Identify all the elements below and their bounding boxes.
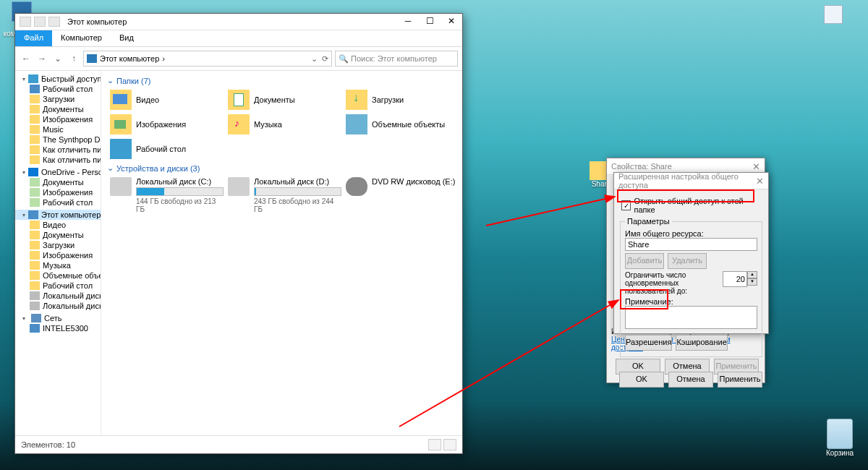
add-button[interactable]: Добавить bbox=[625, 253, 664, 269]
drive-dvd[interactable]: DVD RW дисковод (E:) bbox=[343, 175, 461, 215]
folder-desktop[interactable]: Рабочий стол bbox=[107, 137, 225, 161]
drive-d[interactable]: Локальный диск (D:)243 ГБ свободно из 24… bbox=[225, 175, 343, 215]
nav-item[interactable]: Документы bbox=[15, 230, 101, 240]
navigation-bar: ← → ⌄ ↑ Этот компьютер › ⌄ ⟳ 🔍 Поиск: Эт… bbox=[15, 47, 462, 71]
breadcrumb[interactable]: Этот компьютер bbox=[100, 54, 159, 63]
folder-pictures[interactable]: Изображения bbox=[107, 112, 225, 137]
search-icon: 🔍 bbox=[339, 54, 349, 64]
nav-item[interactable]: Изображения bbox=[15, 114, 101, 124]
nav-item[interactable]: Изображения bbox=[15, 250, 101, 260]
minimize-button[interactable]: ─ bbox=[397, 14, 419, 30]
note-label: Примечание: bbox=[625, 297, 757, 306]
forward-button[interactable]: → bbox=[35, 52, 48, 65]
svg-line-0 bbox=[486, 197, 615, 226]
ribbon-tabs: Файл Компьютер Вид bbox=[15, 30, 462, 47]
share-checkbox[interactable]: ✓ bbox=[621, 200, 631, 210]
dialog-title[interactable]: Расширенная настройка общего доступа✕ bbox=[614, 173, 768, 189]
settings-group: Параметры Имя общего ресурса: Добавить У… bbox=[620, 217, 762, 357]
nav-item[interactable]: Как отличить пира bbox=[15, 145, 101, 155]
section-folders[interactable]: ⌄Папки (7) bbox=[107, 74, 462, 87]
explorer-window: Этот компьютер ─ ☐ ✕ Файл Компьютер Вид … bbox=[14, 13, 463, 454]
nav-item[interactable]: Документы bbox=[15, 177, 101, 187]
nav-item[interactable]: Объемные объекты bbox=[15, 270, 101, 281]
apply-button[interactable]: Применить bbox=[718, 372, 762, 388]
share-name-label: Имя общего ресурса: bbox=[625, 229, 757, 238]
folder-videos[interactable]: Видео bbox=[107, 87, 225, 112]
tab-file[interactable]: Файл bbox=[15, 30, 52, 46]
folder-downloads[interactable]: Загрузки bbox=[343, 87, 461, 112]
nav-item[interactable]: Рабочий стол bbox=[15, 84, 101, 94]
nav-item[interactable]: Рабочий стол bbox=[15, 197, 101, 208]
folder-documents[interactable]: Документы bbox=[225, 87, 343, 112]
share-name-input[interactable] bbox=[625, 238, 757, 251]
nav-item[interactable]: Рабочий стол bbox=[15, 281, 101, 291]
breadcrumb-arrow[interactable]: › bbox=[162, 54, 165, 63]
note-textarea[interactable] bbox=[625, 306, 757, 329]
nav-item[interactable]: Music bbox=[15, 124, 101, 134]
refresh-icon[interactable]: ⟳ bbox=[322, 54, 328, 64]
nav-item[interactable]: Локальный диск (C:) bbox=[15, 291, 101, 301]
remove-button[interactable]: Удалить bbox=[668, 253, 707, 269]
nav-item[interactable]: Локальный диск (D:) bbox=[15, 301, 101, 311]
search-input[interactable]: 🔍 Поиск: Этот компьютер bbox=[335, 51, 458, 67]
nav-pane[interactable]: ▾Быстрый доступ Рабочий стол Загрузки До… bbox=[15, 71, 101, 435]
desktop-gadget[interactable] bbox=[824, 5, 843, 24]
share-checkbox-row[interactable]: ✓ Открыть общий доступ к этой папке bbox=[620, 195, 762, 215]
tab-computer[interactable]: Компьютер bbox=[52, 30, 111, 46]
close-button[interactable]: ✕ bbox=[441, 14, 462, 30]
spin-up-icon[interactable]: ▲ bbox=[747, 271, 757, 278]
nav-item[interactable]: Документы bbox=[15, 104, 101, 114]
limit-label: Ограничить число одновременных пользоват… bbox=[625, 271, 719, 295]
close-icon[interactable]: ✕ bbox=[756, 176, 764, 187]
ok-button[interactable]: OK bbox=[619, 372, 664, 388]
nav-item[interactable]: Загрузки bbox=[15, 240, 101, 250]
window-title: Этот компьютер bbox=[64, 17, 397, 26]
nav-item[interactable]: Изображения bbox=[15, 187, 101, 197]
permissions-button[interactable]: Разрешения bbox=[625, 335, 672, 351]
nav-item[interactable]: Видео bbox=[15, 220, 101, 230]
nav-this-pc[interactable]: ▾Этот компьютер bbox=[15, 210, 101, 220]
cancel-button[interactable]: Отмена bbox=[668, 372, 713, 388]
folder-3d[interactable]: Объемные объекты bbox=[343, 112, 461, 137]
nav-item[interactable]: Музыка bbox=[15, 260, 101, 270]
back-button[interactable]: ← bbox=[20, 52, 33, 65]
close-icon[interactable]: ✕ bbox=[752, 161, 760, 172]
address-bar[interactable]: Этот компьютер › ⌄ ⟳ bbox=[83, 51, 332, 67]
nav-item[interactable]: Загрузки bbox=[15, 94, 101, 104]
nav-item[interactable]: The Synthpop Disco bbox=[15, 134, 101, 145]
maximize-button[interactable]: ☐ bbox=[419, 14, 441, 30]
spin-down-icon[interactable]: ▼ bbox=[747, 278, 757, 286]
dropdown-icon[interactable]: ⌄ bbox=[311, 54, 318, 64]
tab-view[interactable]: Вид bbox=[111, 30, 142, 46]
content-pane[interactable]: ⌄Папки (7) Видео Документы Загрузки Изоб… bbox=[101, 71, 462, 435]
recent-button[interactable]: ⌄ bbox=[51, 52, 64, 65]
drive-c[interactable]: Локальный диск (C:)144 ГБ свободно из 21… bbox=[107, 175, 225, 215]
caching-button[interactable]: Кэширование bbox=[676, 335, 727, 351]
nav-network[interactable]: ▾Сеть bbox=[15, 313, 101, 323]
titlebar[interactable]: Этот компьютер ─ ☐ ✕ bbox=[15, 14, 462, 30]
view-large-icon[interactable] bbox=[443, 439, 456, 450]
section-drives[interactable]: ⌄Устройства и диски (3) bbox=[107, 161, 462, 175]
nav-item[interactable]: Как отличить пира bbox=[15, 155, 101, 165]
nav-onedrive[interactable]: ▾OneDrive - Personal bbox=[15, 167, 101, 177]
pc-icon bbox=[87, 54, 97, 63]
advanced-sharing-dialog: Расширенная настройка общего доступа✕ ✓ … bbox=[613, 172, 769, 334]
nav-item[interactable]: INTELE5300 bbox=[15, 323, 101, 333]
view-details-icon[interactable] bbox=[428, 439, 441, 450]
quick-access-toolbar[interactable] bbox=[15, 17, 64, 27]
recycle-bin[interactable]: Корзина bbox=[826, 419, 854, 457]
up-button[interactable]: ↑ bbox=[67, 52, 80, 65]
nav-quick-access[interactable]: ▾Быстрый доступ bbox=[15, 74, 101, 84]
limit-spinner[interactable]: ▲▼ bbox=[723, 271, 757, 287]
status-bar: Элементов: 10 bbox=[15, 435, 462, 453]
folder-music[interactable]: Музыка bbox=[225, 112, 343, 137]
